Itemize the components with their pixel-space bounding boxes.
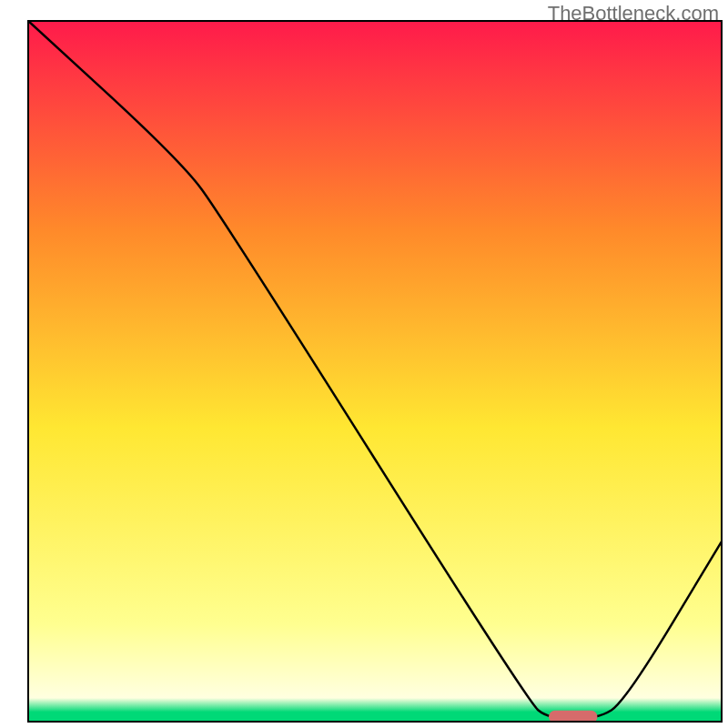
chart-svg — [27, 20, 723, 723]
chart-container: TheBottleneck.com — [0, 0, 728, 728]
watermark-text: TheBottleneck.com — [548, 2, 719, 25]
chart-plot — [27, 20, 723, 723]
chart-background — [27, 20, 723, 723]
